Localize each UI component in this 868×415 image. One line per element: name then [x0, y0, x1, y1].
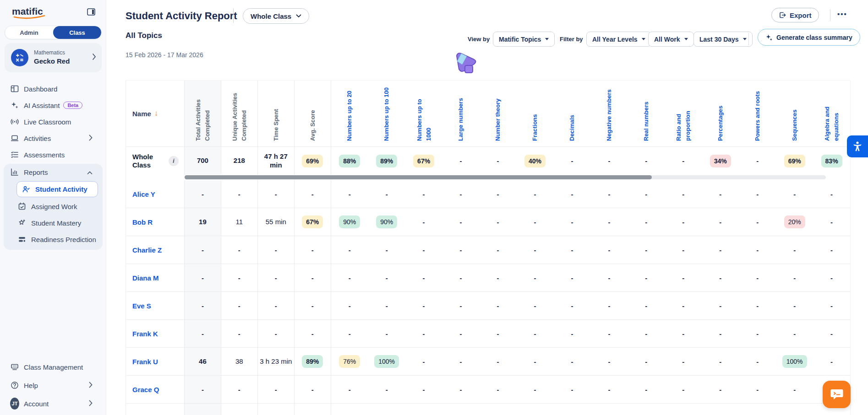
student-activity-table: Name ↓ Total Activities CompletedUnique … [126, 80, 851, 415]
column-header[interactable]: Unique Activities Completed [221, 81, 258, 146]
scrollbar-track[interactable] [185, 175, 826, 179]
sidebar-item-ai-assistant[interactable]: AI Assistant Beta [0, 97, 106, 113]
scope-selector-dropdown[interactable]: Whole Class [243, 8, 309, 24]
student-row: Grace Q------------------ [126, 376, 850, 404]
sidebar-item-readiness-prediction[interactable]: Readiness Prediction [4, 231, 103, 248]
topic-column-header[interactable]: Decimals [553, 81, 590, 146]
sidebar-collapse-icon[interactable] [87, 8, 95, 17]
topic-score-cell: 20% [776, 208, 813, 236]
empty-value: - [460, 302, 462, 310]
export-button[interactable]: Export [771, 8, 819, 22]
score-badge: 89% [302, 355, 323, 368]
empty-value: - [682, 302, 684, 310]
empty-value: - [719, 218, 721, 226]
student-link[interactable]: Frank U [132, 358, 158, 366]
period-dropdown[interactable]: Last 30 Days [693, 32, 753, 47]
topic-score-cell: - [813, 348, 850, 375]
sidebar-item-assessments[interactable]: Assessments [0, 146, 106, 163]
empty-value: - [275, 414, 277, 415]
empty-value: - [571, 330, 573, 338]
metric-cell: - [185, 180, 221, 208]
student-link[interactable]: Ivy A [132, 414, 148, 415]
topic-score-cell: - [480, 264, 517, 291]
student-link[interactable]: Grace Q [132, 386, 159, 393]
empty-value: - [202, 330, 204, 338]
year-levels-dropdown[interactable]: All Year Levels [586, 32, 651, 47]
empty-value: - [386, 190, 388, 198]
topic-column-header[interactable]: Percentages [702, 81, 739, 146]
sidebar-item-help[interactable]: Help [0, 377, 106, 393]
more-options-icon[interactable]: ••• [837, 10, 847, 18]
student-link[interactable]: Eve S [132, 302, 151, 310]
column-header-name[interactable]: Name ↓ [126, 81, 185, 146]
topic-score-cell: - [739, 147, 776, 175]
empty-value: - [645, 157, 647, 165]
topic-column-header[interactable]: Number theory [480, 81, 517, 146]
tab-admin[interactable]: Admin [5, 26, 53, 39]
topic-column-header[interactable]: Negative numbers [590, 81, 628, 146]
empty-value: - [238, 274, 240, 282]
student-link[interactable]: Diana M [132, 274, 159, 282]
topic-column-header[interactable]: Large numbers [442, 81, 480, 146]
matific-logo[interactable]: matific [11, 5, 71, 23]
empty-value: - [423, 330, 425, 338]
cell-value: 55 min [266, 218, 286, 226]
view-by-dropdown[interactable]: Matific Topics [493, 32, 555, 47]
sidebar-item-label: Readiness Prediction [31, 236, 96, 243]
empty-value: - [311, 274, 314, 282]
scrollbar-thumb[interactable] [185, 175, 652, 179]
topic-column-header[interactable]: Fractions [517, 81, 554, 146]
chat-support-button[interactable] [823, 381, 851, 408]
empty-value: - [534, 190, 536, 198]
column-header[interactable]: Avg. Score [295, 81, 331, 146]
topic-column-header[interactable]: Ratio and proportion [665, 81, 702, 146]
sidebar-item-student-activity[interactable]: Student Activity [16, 181, 98, 197]
topic-column-header[interactable]: Powers and roots [739, 81, 776, 146]
topic-score-cell: - [590, 180, 628, 208]
metric-cell: - [295, 236, 331, 264]
metric-cell: - [185, 292, 221, 319]
empty-value: - [719, 302, 721, 310]
topic-score-cell: - [331, 404, 368, 415]
topic-column-header[interactable]: Numbers up to 20 [331, 81, 368, 146]
student-link[interactable]: Frank K [132, 330, 158, 338]
student-link[interactable]: Charlie Z [132, 246, 162, 254]
topic-score-cell: - [553, 320, 590, 347]
topic-column-header[interactable]: Sequences [776, 81, 813, 146]
column-header[interactable]: Time Spent [258, 81, 295, 146]
accessibility-widget-button[interactable] [847, 135, 868, 157]
sidebar-item-class-management[interactable]: Class Management [0, 359, 106, 375]
empty-value: - [534, 274, 536, 282]
sidebar-item-account[interactable]: JT Account [0, 395, 106, 412]
empty-value: - [238, 246, 240, 254]
topic-column-header[interactable]: Real numbers [628, 81, 665, 146]
sparkles-icon [10, 101, 19, 110]
topic-column-header[interactable]: Numbers up to 100 [368, 81, 405, 146]
sidebar-item-label: Reports [24, 168, 48, 176]
work-filter-dropdown[interactable]: All Work [648, 32, 694, 47]
column-header[interactable]: Total Activities Completed [185, 81, 221, 146]
empty-value: - [238, 414, 240, 415]
sort-descending-icon: ↓ [154, 109, 158, 118]
info-icon[interactable]: i [169, 156, 179, 166]
student-link[interactable]: Alice Y [132, 190, 155, 198]
topic-column-header[interactable]: Numbers up to 1000 [405, 81, 442, 146]
generate-class-summary-button[interactable]: Generate class summary [758, 29, 860, 46]
sidebar-item-activities[interactable]: Activities [0, 130, 106, 146]
student-name-cell: Frank K [126, 320, 185, 347]
topic-column-header[interactable]: Algebra and equations [813, 81, 850, 146]
sidebar-item-reports[interactable]: Reports [4, 164, 103, 180]
sidebar-item-assigned-work[interactable]: Assigned Work [4, 198, 103, 215]
sidebar-item-student-mastery[interactable]: Student Mastery [4, 215, 103, 231]
empty-value: - [349, 246, 351, 254]
cell-value: 47 h 27 min [258, 152, 294, 170]
help-icon [10, 381, 19, 390]
sidebar-item-live-classroom[interactable]: Live Classroom [0, 113, 106, 130]
student-link[interactable]: Bob R [132, 218, 153, 226]
topic-score-cell: - [590, 376, 628, 403]
topic-score-cell: - [480, 208, 517, 236]
class-selector-card[interactable]: Mathematics Gecko Red [5, 43, 102, 72]
tab-class[interactable]: Class [53, 26, 101, 39]
sidebar-item-dashboard[interactable]: Dashboard [0, 81, 106, 97]
topic-score-cell: - [628, 236, 665, 264]
